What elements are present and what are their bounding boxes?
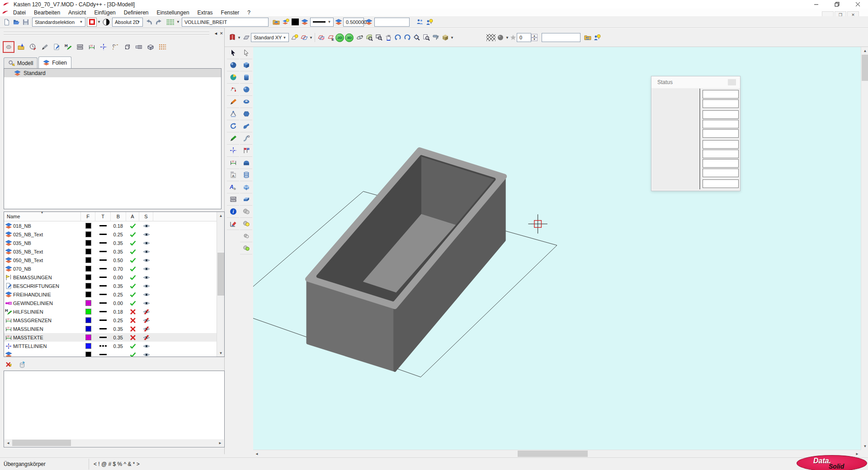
- list-scroll-right[interactable]: ►: [217, 439, 224, 446]
- layer-visible-toggle[interactable]: [139, 324, 153, 333]
- layer-linetype-cell[interactable]: [95, 230, 111, 239]
- layer-color-cell[interactable]: [81, 342, 95, 350]
- layer-linetype-cell[interactable]: [95, 247, 111, 256]
- layer-linetype-cell[interactable]: [95, 324, 111, 333]
- layer-color-cell[interactable]: [81, 316, 95, 324]
- solid-sphere-button[interactable]: [240, 84, 252, 96]
- workplane-gray-button[interactable]: [241, 33, 251, 42]
- solid-cylinder-button[interactable]: [240, 71, 252, 84]
- layer-linetype-cell[interactable]: [95, 316, 111, 324]
- viewport-hscroll-thumb[interactable]: [518, 451, 588, 457]
- plane-eraser-button[interactable]: [316, 33, 326, 42]
- layer-active-toggle[interactable]: [126, 316, 139, 324]
- column-b[interactable]: B: [111, 212, 126, 221]
- delete-x-button[interactable]: [4, 360, 14, 370]
- viewport-scroll-left[interactable]: ◄: [253, 450, 260, 457]
- select-arrow-button[interactable]: [227, 47, 239, 59]
- table-scroll-up[interactable]: ▲: [217, 212, 225, 219]
- measure-compass-button[interactable]: [227, 108, 239, 120]
- layer-active-toggle[interactable]: [126, 299, 139, 307]
- workplane-dropdown[interactable]: ▼: [237, 36, 241, 40]
- workplane-book-button[interactable]: [227, 33, 237, 42]
- spinner-up-button[interactable]: ▲: [531, 34, 538, 38]
- table-row[interactable]: 10MASSLINIEN0.35: [4, 324, 224, 333]
- layer-width-cell[interactable]: 0.35: [111, 239, 126, 247]
- table-row[interactable]: 10MASSTEXTE0.35: [4, 333, 224, 342]
- user-highlight-button[interactable]: [425, 17, 434, 27]
- layer-visible-toggle[interactable]: [139, 256, 153, 264]
- panel-close-button[interactable]: ✕: [220, 31, 223, 36]
- render-mode-button[interactable]: [440, 33, 450, 42]
- hatch-bars-button[interactable]: [75, 42, 85, 52]
- layer-active-toggle[interactable]: [126, 239, 139, 247]
- minimize-button[interactable]: [806, 0, 826, 9]
- mode-3d-button[interactable]: 3D: [345, 33, 354, 42]
- plane-select-dropdown[interactable]: ▼: [309, 36, 313, 40]
- table-row[interactable]: 035_NB0.35: [4, 239, 224, 247]
- bool-intersect-button[interactable]: [240, 230, 252, 242]
- layer-visible-toggle[interactable]: [139, 342, 153, 350]
- level-spinner[interactable]: 0: [517, 33, 531, 42]
- undo-button[interactable]: [144, 17, 154, 27]
- new-file-button[interactable]: [2, 17, 11, 27]
- layer-linetype-cell[interactable]: [95, 264, 111, 273]
- selection-mode-combo[interactable]: Standardselektion▼: [32, 18, 85, 27]
- layer-visible-toggle[interactable]: [139, 290, 153, 299]
- layer-width-cell[interactable]: 0.25: [111, 230, 126, 239]
- layer-color-cell[interactable]: [81, 290, 95, 299]
- status-field[interactable]: [703, 179, 739, 188]
- layer-width-cell[interactable]: 0.70: [111, 264, 126, 273]
- layer-active-toggle[interactable]: [126, 273, 139, 282]
- status-field[interactable]: [703, 169, 739, 177]
- column-t[interactable]: T: [95, 212, 111, 221]
- layer-active-toggle[interactable]: [126, 333, 139, 342]
- status-field[interactable]: [703, 120, 739, 128]
- layer-color-cell[interactable]: [81, 282, 95, 290]
- shading-dropdown[interactable]: ▼: [505, 36, 509, 40]
- layer-linetype-cell[interactable]: [95, 342, 111, 350]
- redo-button[interactable]: [154, 17, 163, 27]
- user-bulb-button[interactable]: [592, 33, 602, 42]
- layer-visible-toggle[interactable]: [139, 316, 153, 324]
- table-scroll-thumb[interactable]: [217, 253, 224, 296]
- menu-definieren[interactable]: Definieren: [120, 9, 153, 16]
- layer-linetype-cell[interactable]: [95, 333, 111, 342]
- menu-extras[interactable]: Extras: [193, 9, 217, 16]
- solid-spring-button[interactable]: [240, 169, 252, 181]
- bool-union-button[interactable]: [240, 206, 252, 218]
- status-window-titlebar[interactable]: Status: [651, 76, 740, 88]
- hatch-bars-button[interactable]: [227, 193, 239, 206]
- rotate-cw-button[interactable]: [402, 33, 412, 42]
- layer-active-toggle[interactable]: [126, 221, 139, 230]
- solid-cube-button[interactable]: [240, 59, 252, 71]
- layer-width-cell[interactable]: 0.25: [111, 316, 126, 324]
- solid-shell-button[interactable]: [240, 181, 252, 193]
- viewport-vscrollbar[interactable]: ▲ ▼: [861, 47, 868, 450]
- table-row[interactable]: HHILFSLINIEN0.18: [4, 307, 224, 316]
- viewport-hscrollbar[interactable]: ◄ ►: [253, 450, 861, 457]
- zoom-window-button[interactable]: [364, 33, 374, 42]
- plane-select-button[interactable]: [299, 33, 309, 42]
- menu-datei[interactable]: Datei: [9, 9, 30, 16]
- layer-active-toggle[interactable]: [126, 342, 139, 350]
- layer-color-cell[interactable]: [81, 350, 95, 357]
- menu-einfgen[interactable]: Einfügen: [90, 9, 119, 16]
- column-a[interactable]: A: [126, 212, 139, 221]
- list-scroll-left[interactable]: ◄: [5, 439, 12, 446]
- status-field[interactable]: [703, 140, 739, 149]
- layer-visible-toggle[interactable]: [139, 230, 153, 239]
- coordinate-mode-combo[interactable]: Absolut 2D▼: [112, 18, 143, 27]
- status-field[interactable]: [703, 159, 739, 168]
- select-arrow-white-button[interactable]: [240, 47, 252, 59]
- status-field[interactable]: [703, 110, 739, 119]
- linewidth-field[interactable]: 0.500000: [343, 18, 364, 27]
- layer-linetype-cell[interactable]: [95, 282, 111, 290]
- table-row[interactable]: BESCHRIFTUNGEN0.35: [4, 282, 224, 290]
- group-select-button[interactable]: [415, 17, 425, 27]
- zoom-dynamic-button[interactable]: [412, 33, 421, 42]
- tab-folien[interactable]: Folien: [38, 56, 71, 68]
- eraser-axis-button[interactable]: [227, 218, 239, 230]
- layer-width-cell[interactable]: 0.25: [111, 290, 126, 299]
- selection-list[interactable]: ◄ ►: [4, 371, 225, 447]
- text-frame-button[interactable]: A: [227, 169, 239, 181]
